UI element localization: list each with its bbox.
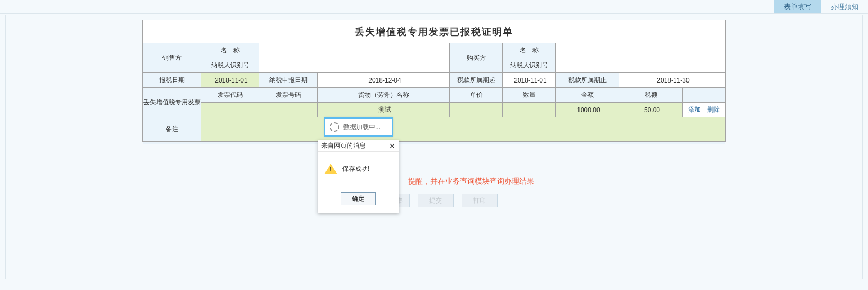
row-amount[interactable]: 1000.00 xyxy=(556,103,619,117)
dialog-title: 来自网页的消息 xyxy=(321,141,366,150)
period-end-value: 2018-11-30 xyxy=(619,73,725,88)
lost-invoice-header: 丢失增值税专用发票 xyxy=(143,88,201,117)
btn-tijiao[interactable]: 提交 xyxy=(418,194,454,207)
delete-button[interactable]: 删除 xyxy=(707,106,720,113)
topbar: 表单填写 办理须知 xyxy=(0,0,868,14)
col-code: 发票代码 xyxy=(201,88,259,103)
dialog-footer: 确定 xyxy=(318,188,399,213)
row-code[interactable] xyxy=(201,103,259,117)
footer-buttons: 资料采集 提交 打印 xyxy=(6,194,862,207)
buyer-name-value xyxy=(556,43,725,58)
buyer-header: 购买方 xyxy=(450,43,503,73)
form-panel: 丢失增值税专用发票已报税证明单 销售方 名 称 购买方 名 称 纳税人识别号 纳… xyxy=(5,15,863,279)
shenbao-date-label: 纳税申报日期 xyxy=(259,73,318,88)
top-tabs: 表单填写 办理须知 xyxy=(774,0,868,13)
row-tax[interactable]: 50.00 xyxy=(619,103,683,117)
baoshui-date-label: 报税日期 xyxy=(143,73,201,88)
shenbao-date-value: 2018-12-04 xyxy=(318,73,450,88)
row-qty[interactable] xyxy=(503,103,556,117)
table-bottom-divider xyxy=(143,142,725,144)
notice-text: 温馨提示：请注意短信提醒，并在业务查询模块查询办理结果 xyxy=(6,177,862,186)
seller-name-label: 名 称 xyxy=(201,43,259,58)
col-price: 单价 xyxy=(450,88,503,103)
row-price[interactable] xyxy=(450,103,503,117)
col-goods: 货物（劳务）名称 xyxy=(318,88,450,103)
tab-form-fill[interactable]: 表单填写 xyxy=(774,0,821,13)
dialog-body: 保存成功! xyxy=(318,152,399,188)
btn-dayin[interactable]: 打印 xyxy=(462,194,498,207)
form-title: 丢失增值税专用发票已报税证明单 xyxy=(143,20,725,43)
col-num: 发票号码 xyxy=(259,88,318,103)
row-goods[interactable]: 测试 xyxy=(318,103,450,117)
notice-right: 提醒，并在业务查询模块查询办理结果 xyxy=(408,177,534,185)
seller-header: 销售方 xyxy=(143,43,201,73)
col-tax: 税额 xyxy=(619,88,683,103)
buyer-taxid-label: 纳税人识别号 xyxy=(503,58,556,73)
warning-icon xyxy=(324,164,337,174)
seller-taxid-value xyxy=(259,58,450,73)
seller-taxid-label: 纳税人识别号 xyxy=(201,58,259,73)
period-end-label: 税款所属期止 xyxy=(556,73,619,88)
period-start-label: 税款所属期起 xyxy=(450,73,503,88)
col-amount: 金额 xyxy=(556,88,619,103)
col-qty: 数量 xyxy=(503,88,556,103)
baoshui-date-value[interactable]: 2018-11-01 xyxy=(201,73,259,88)
form-table: 丢失增值税专用发票已报税证明单 销售方 名 称 购买方 名 称 纳税人识别号 纳… xyxy=(142,20,725,144)
tab-instructions[interactable]: 办理须知 xyxy=(821,0,868,13)
remark-value[interactable] xyxy=(201,117,725,142)
message-dialog: 来自网页的消息 ✕ 保存成功! 确定 xyxy=(318,140,399,213)
seller-name-value xyxy=(259,43,450,58)
period-start-value: 2018-11-01 xyxy=(503,73,556,88)
row-num[interactable] xyxy=(259,103,318,117)
ok-button[interactable]: 确定 xyxy=(341,192,376,205)
row-actions: 添加 删除 xyxy=(683,103,725,117)
col-actions xyxy=(683,88,725,103)
loading-text: 数据加载中... xyxy=(343,123,381,132)
add-button[interactable]: 添加 xyxy=(688,106,701,113)
buyer-taxid-value xyxy=(556,58,725,73)
spinner-icon xyxy=(330,122,339,132)
remark-label: 备注 xyxy=(143,117,201,142)
loading-toast: 数据加载中... xyxy=(324,117,393,137)
dialog-header: 来自网页的消息 ✕ xyxy=(318,140,399,152)
buyer-name-label: 名 称 xyxy=(503,43,556,58)
close-icon[interactable]: ✕ xyxy=(389,142,395,150)
dialog-message: 保存成功! xyxy=(342,165,369,174)
